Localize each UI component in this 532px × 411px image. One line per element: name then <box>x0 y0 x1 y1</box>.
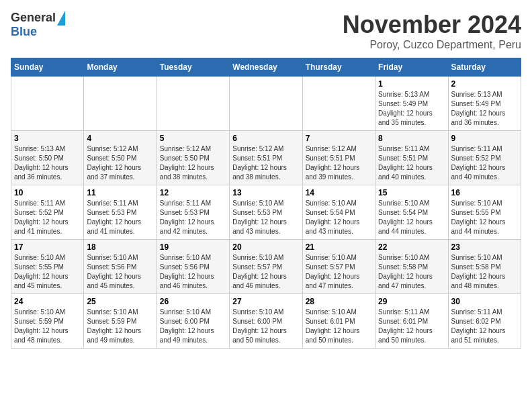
day-number: 24 <box>14 297 81 306</box>
calendar-cell: 10Sunrise: 5:11 AM Sunset: 5:52 PM Dayli… <box>11 185 84 240</box>
day-number: 12 <box>160 188 226 197</box>
day-info: Sunrise: 5:10 AM Sunset: 6:00 PM Dayligh… <box>232 308 299 345</box>
calendar-cell: 16Sunrise: 5:10 AM Sunset: 5:55 PM Dayli… <box>448 185 521 240</box>
calendar-day-header: Tuesday <box>157 58 229 77</box>
day-info: Sunrise: 5:10 AM Sunset: 5:55 PM Dayligh… <box>451 199 518 236</box>
day-info: Sunrise: 5:10 AM Sunset: 5:54 PM Dayligh… <box>306 199 372 236</box>
calendar-table: SundayMondayTuesdayWednesdayThursdayFrid… <box>11 58 521 349</box>
calendar-week-row: 3Sunrise: 5:13 AM Sunset: 5:50 PM Daylig… <box>11 131 521 185</box>
day-number: 9 <box>451 134 518 143</box>
day-number: 15 <box>378 188 445 197</box>
calendar-cell: 5Sunrise: 5:12 AM Sunset: 5:50 PM Daylig… <box>157 131 229 185</box>
calendar-cell: 20Sunrise: 5:10 AM Sunset: 5:57 PM Dayli… <box>230 240 302 294</box>
day-number: 29 <box>378 297 445 306</box>
calendar-cell: 21Sunrise: 5:10 AM Sunset: 5:57 PM Dayli… <box>302 240 375 294</box>
day-number: 16 <box>451 188 518 197</box>
day-info: Sunrise: 5:10 AM Sunset: 5:54 PM Dayligh… <box>378 199 445 236</box>
calendar-header-row: SundayMondayTuesdayWednesdayThursdayFrid… <box>11 58 521 77</box>
day-number: 5 <box>160 134 226 143</box>
day-info: Sunrise: 5:10 AM Sunset: 5:56 PM Dayligh… <box>87 253 153 291</box>
day-info: Sunrise: 5:10 AM Sunset: 5:57 PM Dayligh… <box>306 253 372 291</box>
day-number: 8 <box>378 134 445 143</box>
day-number: 11 <box>87 188 153 197</box>
day-info: Sunrise: 5:10 AM Sunset: 5:53 PM Dayligh… <box>232 199 299 236</box>
calendar-day-header: Sunday <box>11 58 84 77</box>
day-info: Sunrise: 5:12 AM Sunset: 5:51 PM Dayligh… <box>306 144 372 182</box>
calendar-cell: 28Sunrise: 5:10 AM Sunset: 6:01 PM Dayli… <box>302 294 375 349</box>
day-info: Sunrise: 5:10 AM Sunset: 6:01 PM Dayligh… <box>306 308 372 345</box>
calendar-cell: 30Sunrise: 5:11 AM Sunset: 6:02 PM Dayli… <box>448 294 521 349</box>
calendar-cell <box>11 77 84 131</box>
day-info: Sunrise: 5:10 AM Sunset: 5:55 PM Dayligh… <box>14 253 81 291</box>
calendar-cell: 7Sunrise: 5:12 AM Sunset: 5:51 PM Daylig… <box>302 131 375 185</box>
day-info: Sunrise: 5:13 AM Sunset: 5:50 PM Dayligh… <box>14 144 81 182</box>
day-number: 1 <box>378 79 445 89</box>
calendar-cell: 22Sunrise: 5:10 AM Sunset: 5:58 PM Dayli… <box>375 240 448 294</box>
day-number: 3 <box>14 134 81 143</box>
day-info: Sunrise: 5:10 AM Sunset: 5:58 PM Dayligh… <box>451 253 518 291</box>
day-number: 20 <box>232 242 299 252</box>
day-number: 4 <box>87 134 153 143</box>
day-info: Sunrise: 5:10 AM Sunset: 5:57 PM Dayligh… <box>232 253 299 291</box>
calendar-cell: 6Sunrise: 5:12 AM Sunset: 5:51 PM Daylig… <box>230 131 302 185</box>
calendar-cell: 3Sunrise: 5:13 AM Sunset: 5:50 PM Daylig… <box>11 131 84 185</box>
calendar-cell <box>302 77 375 131</box>
day-info: Sunrise: 5:13 AM Sunset: 5:49 PM Dayligh… <box>378 90 445 128</box>
page-header: General Blue November 2024 Poroy, Cuzco … <box>11 11 521 51</box>
calendar-cell: 14Sunrise: 5:10 AM Sunset: 5:54 PM Dayli… <box>302 185 375 240</box>
day-info: Sunrise: 5:13 AM Sunset: 5:49 PM Dayligh… <box>451 90 518 128</box>
day-number: 25 <box>87 297 153 306</box>
day-number: 23 <box>451 242 518 252</box>
calendar-cell: 29Sunrise: 5:11 AM Sunset: 6:01 PM Dayli… <box>375 294 448 349</box>
calendar-cell <box>157 77 229 131</box>
logo-triangle-icon <box>57 11 65 26</box>
calendar-cell: 25Sunrise: 5:10 AM Sunset: 5:59 PM Dayli… <box>84 294 157 349</box>
calendar-week-row: 17Sunrise: 5:10 AM Sunset: 5:55 PM Dayli… <box>11 240 521 294</box>
calendar-cell: 12Sunrise: 5:11 AM Sunset: 5:53 PM Dayli… <box>157 185 229 240</box>
calendar-cell <box>84 77 157 131</box>
calendar-cell: 17Sunrise: 5:10 AM Sunset: 5:55 PM Dayli… <box>11 240 84 294</box>
calendar-cell: 24Sunrise: 5:10 AM Sunset: 5:59 PM Dayli… <box>11 294 84 349</box>
location: Poroy, Cuzco Department, Peru <box>343 39 521 51</box>
day-number: 10 <box>14 188 81 197</box>
day-info: Sunrise: 5:11 AM Sunset: 6:02 PM Dayligh… <box>451 308 518 345</box>
calendar-cell: 11Sunrise: 5:11 AM Sunset: 5:53 PM Dayli… <box>84 185 157 240</box>
day-number: 13 <box>232 188 299 197</box>
day-info: Sunrise: 5:12 AM Sunset: 5:51 PM Dayligh… <box>232 144 299 182</box>
calendar-week-row: 10Sunrise: 5:11 AM Sunset: 5:52 PM Dayli… <box>11 185 521 240</box>
day-number: 26 <box>160 297 226 306</box>
day-info: Sunrise: 5:11 AM Sunset: 5:51 PM Dayligh… <box>378 144 445 182</box>
day-number: 7 <box>306 134 372 143</box>
logo-general: General <box>11 11 56 25</box>
calendar-cell: 23Sunrise: 5:10 AM Sunset: 5:58 PM Dayli… <box>448 240 521 294</box>
calendar-cell: 8Sunrise: 5:11 AM Sunset: 5:51 PM Daylig… <box>375 131 448 185</box>
calendar-week-row: 1Sunrise: 5:13 AM Sunset: 5:49 PM Daylig… <box>11 77 521 131</box>
month-title: November 2024 <box>343 11 521 39</box>
day-number: 2 <box>451 79 518 89</box>
calendar-cell: 1Sunrise: 5:13 AM Sunset: 5:49 PM Daylig… <box>375 77 448 131</box>
calendar-cell: 19Sunrise: 5:10 AM Sunset: 5:56 PM Dayli… <box>157 240 229 294</box>
calendar-cell: 13Sunrise: 5:10 AM Sunset: 5:53 PM Dayli… <box>230 185 302 240</box>
calendar-day-header: Saturday <box>448 58 521 77</box>
calendar-cell: 15Sunrise: 5:10 AM Sunset: 5:54 PM Dayli… <box>375 185 448 240</box>
day-number: 18 <box>87 242 153 252</box>
day-info: Sunrise: 5:12 AM Sunset: 5:50 PM Dayligh… <box>160 144 226 182</box>
logo-blue: Blue <box>11 26 37 39</box>
calendar-cell: 2Sunrise: 5:13 AM Sunset: 5:49 PM Daylig… <box>448 77 521 131</box>
day-number: 6 <box>232 134 299 143</box>
title-area: November 2024 Poroy, Cuzco Department, P… <box>343 11 521 51</box>
calendar-day-header: Thursday <box>302 58 375 77</box>
calendar-day-header: Wednesday <box>230 58 302 77</box>
day-info: Sunrise: 5:11 AM Sunset: 5:52 PM Dayligh… <box>451 144 518 182</box>
day-info: Sunrise: 5:11 AM Sunset: 5:52 PM Dayligh… <box>14 199 81 236</box>
day-info: Sunrise: 5:10 AM Sunset: 5:58 PM Dayligh… <box>378 253 445 291</box>
day-number: 14 <box>306 188 372 197</box>
calendar-day-header: Monday <box>84 58 157 77</box>
calendar-cell: 26Sunrise: 5:10 AM Sunset: 6:00 PM Dayli… <box>157 294 229 349</box>
logo: General Blue <box>11 11 65 39</box>
calendar-day-header: Friday <box>375 58 448 77</box>
day-info: Sunrise: 5:10 AM Sunset: 5:59 PM Dayligh… <box>14 308 81 345</box>
day-info: Sunrise: 5:11 AM Sunset: 5:53 PM Dayligh… <box>160 199 226 236</box>
day-info: Sunrise: 5:12 AM Sunset: 5:50 PM Dayligh… <box>87 144 153 182</box>
day-number: 21 <box>306 242 372 252</box>
